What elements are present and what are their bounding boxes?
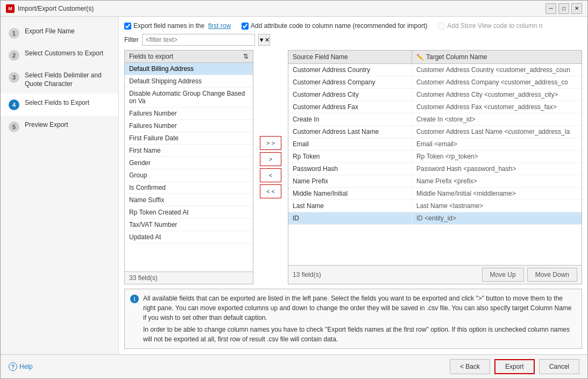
source-cell: Rp Token — [288, 151, 412, 162]
target-cell[interactable]: Email <email> — [412, 138, 582, 150]
target-cell[interactable]: Name Prefix <prefix> — [412, 175, 582, 187]
target-cell[interactable]: ID <entity_id> — [412, 212, 582, 224]
add-attribute-code-checkbox[interactable] — [242, 23, 249, 30]
info-text: All available fields that can be exporte… — [143, 294, 576, 344]
table-row[interactable]: Customer Address Last Name Customer Addr… — [288, 126, 582, 138]
list-item[interactable]: Gender — [125, 157, 253, 169]
list-item[interactable]: Updated At — [125, 231, 253, 244]
step-number-1: 1 — [9, 28, 19, 39]
source-cell: ID — [288, 212, 412, 224]
source-cell: Customer Address City — [288, 89, 412, 101]
move-all-left-button[interactable]: < < — [260, 184, 281, 198]
table-row[interactable]: ID ID <entity_id> — [288, 212, 582, 225]
list-item[interactable]: Tax/VAT Number — [125, 219, 253, 231]
right-panel: Export field names in the first row Add … — [119, 17, 587, 354]
target-cell[interactable]: Create In <store_id> — [412, 113, 582, 125]
list-item[interactable]: Group — [125, 169, 253, 182]
list-item[interactable]: Failures Number — [125, 108, 253, 120]
info-paragraph-1: All available fields that can be exporte… — [143, 294, 576, 323]
main-content: 1 Export File Name 2 Select Customers to… — [1, 17, 587, 354]
sidebar: 1 Export File Name 2 Select Customers to… — [1, 17, 119, 354]
table-row[interactable]: Name Prefix Name Prefix <prefix> — [288, 175, 582, 188]
list-item[interactable]: Default Billing Address — [125, 63, 253, 75]
list-item[interactable]: Default Shipping Address — [125, 75, 253, 88]
title-bar-left: M Import/Export Customer(s) — [6, 4, 94, 13]
source-cell: Customer Address Company — [288, 76, 412, 88]
back-button[interactable]: < Back — [450, 359, 490, 374]
help-icon: ? — [9, 362, 17, 371]
filter-button[interactable]: ▼✕ — [258, 34, 270, 46]
cancel-button[interactable]: Cancel — [539, 359, 579, 374]
move-left-button[interactable]: < — [260, 168, 281, 182]
action-buttons: < Back Export Cancel — [450, 359, 579, 374]
table-row[interactable]: Rp Token Rp Token <rp_token> — [288, 151, 582, 163]
top-options: Export field names in the first row Add … — [124, 22, 582, 30]
table-row[interactable]: Email Email <email> — [288, 138, 582, 151]
list-item[interactable]: First Failure Date — [125, 132, 253, 145]
move-buttons: Move Up Move Down — [482, 268, 577, 282]
help-link[interactable]: ? Help — [9, 362, 33, 371]
filter-label: Filter — [124, 36, 139, 44]
target-cell[interactable]: Rp Token <rp_token> — [412, 151, 582, 162]
table-row[interactable]: Password Hash Password Hash <password_ha… — [288, 163, 582, 175]
step-number-3: 3 — [9, 72, 19, 83]
info-icon: i — [130, 295, 139, 303]
add-store-view-option[interactable]: Add Store View code to column n — [438, 22, 542, 30]
fields-count: 13 field(s) — [293, 271, 321, 278]
list-item[interactable]: Disable Automatic Group Change Based on … — [125, 88, 253, 108]
target-cell[interactable]: Customer Address Country <customer_addre… — [412, 64, 582, 76]
maximize-button[interactable]: □ — [558, 3, 569, 14]
move-all-right-button[interactable]: > > — [260, 136, 281, 150]
table-row[interactable]: Customer Address Country Customer Addres… — [288, 64, 582, 76]
add-attribute-code-label: Add attribute code to column name (recom… — [251, 22, 427, 30]
move-right-button[interactable]: > — [260, 152, 281, 166]
source-cell: Customer Address Fax — [288, 101, 412, 113]
target-cell[interactable]: Middle Name/Initial <middlename> — [412, 188, 582, 199]
add-attribute-code-option[interactable]: Add attribute code to column name (recom… — [242, 22, 427, 30]
sidebar-item-step4[interactable]: 4 Select Fields to Export — [1, 94, 118, 116]
export-button[interactable]: Export — [494, 359, 535, 374]
table-row[interactable]: Customer Address Company Customer Addres… — [288, 76, 582, 89]
source-column-header: Source Field Name — [288, 51, 412, 63]
sidebar-item-step2[interactable]: 2 Select Customers to Export — [1, 44, 118, 66]
target-cell[interactable]: Last Name <lastname> — [412, 200, 582, 212]
table-row[interactable]: Create In Create In <store_id> — [288, 113, 582, 126]
move-up-button[interactable]: Move Up — [482, 268, 524, 282]
source-cell: Middle Name/Initial — [288, 188, 412, 199]
step-number-4: 4 — [9, 99, 19, 110]
export-field-names-checkbox[interactable] — [124, 23, 131, 30]
target-cell[interactable]: Customer Address City <customer_address_… — [412, 89, 582, 101]
target-cell[interactable]: Customer Address Company <customer_addre… — [412, 76, 582, 88]
fields-list: Default Billing Address Default Shipping… — [125, 63, 253, 271]
list-item[interactable]: Failures Number — [125, 120, 253, 132]
info-section: i All available fields that can be expor… — [124, 289, 582, 349]
target-cell[interactable]: Customer Address Last Name <customer_add… — [412, 126, 582, 138]
first-row-link[interactable]: first row — [208, 22, 231, 30]
table-row[interactable]: Customer Address City Customer Address C… — [288, 89, 582, 101]
add-store-view-checkbox[interactable] — [438, 23, 445, 30]
table-row[interactable]: Middle Name/Initial Middle Name/Initial … — [288, 188, 582, 200]
step-label-5: Preview Export — [25, 121, 68, 130]
list-item[interactable]: Is Confirmed — [125, 182, 253, 194]
table-row[interactable]: Customer Address Fax Customer Address Fa… — [288, 101, 582, 113]
close-button[interactable]: ✕ — [571, 3, 582, 14]
export-field-names-label: Export field names in the — [133, 22, 204, 30]
list-item[interactable]: Rp Token Created At — [125, 206, 253, 219]
sidebar-item-step5[interactable]: 5 Preview Export — [1, 116, 118, 138]
sidebar-item-step3[interactable]: 3 Select Fields Delimiter and Quote Char… — [1, 66, 118, 94]
target-cell[interactable]: Password Hash <password_hash> — [412, 163, 582, 175]
table-footer: 13 field(s) Move Up Move Down — [288, 265, 582, 284]
target-cell[interactable]: Customer Address Fax <customer_address_f… — [412, 101, 582, 113]
step-number-2: 2 — [9, 50, 19, 61]
minimize-button[interactable]: ─ — [546, 3, 556, 14]
move-down-button[interactable]: Move Down — [527, 268, 577, 282]
title-bar: M Import/Export Customer(s) ─ □ ✕ — [1, 1, 587, 17]
filter-input[interactable] — [142, 34, 255, 46]
sidebar-item-step1[interactable]: 1 Export File Name — [1, 22, 118, 44]
table-row[interactable]: Last Name Last Name <lastname> — [288, 200, 582, 212]
app-icon: M — [6, 4, 15, 13]
table-header: Source Field Name ✏️ Target Column Name — [288, 51, 582, 64]
list-item[interactable]: First Name — [125, 145, 253, 157]
list-item[interactable]: Name Suffix — [125, 194, 253, 206]
export-field-names-option[interactable]: Export field names in the first row — [124, 22, 231, 30]
